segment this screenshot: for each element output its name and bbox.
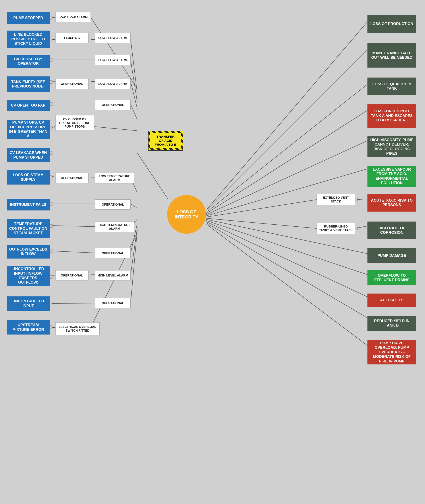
svg-line-29 <box>131 230 137 303</box>
inter-operational-1: OPERATIONAL <box>55 79 89 89</box>
inter-flushing: FLUSHING <box>55 33 89 43</box>
cause-tank-empty: TANK EMPTY (SEE PREVIOUS NODE) <box>7 76 50 92</box>
inter-extended-vent: EXTENDED VENT STACK <box>317 194 355 205</box>
cause-loss-steam: LOSS OF STEAM SUPPLY <box>7 170 50 184</box>
svg-line-38 <box>206 200 317 217</box>
svg-line-28 <box>50 303 95 304</box>
cons-reduced-yield: REDUCED YIELD IN TANK B <box>367 316 416 331</box>
inter-operational-6: OPERATIONAL <box>55 270 89 280</box>
inter-operational-4: OPERATIONAL <box>95 199 131 210</box>
cons-maintenance-call: MAINTENANCE CALL OUT WILL BE NEEDED <box>367 43 416 68</box>
inter-rubber-lined: RUBBER-LINED TANKS & VENT STACK <box>317 223 355 234</box>
cons-gas-forces: GAS FORCES INTO TANK A AND ESCAPES TO AT… <box>367 104 416 128</box>
svg-line-6 <box>131 60 137 102</box>
svg-line-33 <box>206 50 367 211</box>
hazop-label: TRANSFER OF ACID FROM A TO B <box>155 135 176 147</box>
svg-line-37 <box>206 169 367 216</box>
svg-line-12 <box>50 126 55 129</box>
inter-low-flow-4: LOW FLOW ALARM <box>95 79 131 89</box>
diagram-container: TRANSFER OF ACID FROM A TO B LOSS OF INT… <box>0 0 425 504</box>
hazop-node: TRANSFER OF ACID FROM A TO B <box>148 131 183 151</box>
inter-operational-7: OPERATIONAL <box>95 298 131 308</box>
connections-svg <box>0 0 425 504</box>
svg-line-32 <box>206 22 367 211</box>
inter-cv-closed-before: CV CLOSED BY OPERATOR BEFORE PUMP STOPS <box>55 115 94 131</box>
svg-line-39 <box>355 199 367 200</box>
cause-outflow-exceeds: OUTFLOW EXCEEDS INFLOW <box>7 245 50 259</box>
cause-pump-stops: PUMP STOPS, CV OPEN & PRESSURE IN B GREA… <box>7 120 50 139</box>
svg-line-1 <box>91 17 137 89</box>
svg-line-40 <box>206 218 317 228</box>
svg-line-45 <box>206 223 367 318</box>
svg-line-20 <box>131 204 137 208</box>
cons-high-corrosion: HIGH RATE OF CORROSION <box>367 222 416 239</box>
cause-line-blocked: LINE BLOCKED POSSIBLY DUE TO STICKY LIQU… <box>7 31 50 48</box>
center-node: LOSS OF INTEGRITY <box>167 195 206 234</box>
inter-low-flow-2: LOW FLOW ALARM <box>95 33 131 43</box>
inter-high-level-alarm: HIGH LEVEL ALARM <box>95 270 131 280</box>
svg-line-4 <box>131 40 137 93</box>
cause-cv-open-far: CV OPEN TOO FAR <box>7 100 50 111</box>
inter-low-flow-1: LOW FLOW ALARM <box>55 12 91 22</box>
svg-line-13 <box>91 126 137 131</box>
inter-electrical-overload: ELECTRICAL OVERLOAD SWITCH FITTED <box>55 322 100 335</box>
svg-line-27 <box>131 228 137 275</box>
cons-acute-toxic: ACUTE TOXIC RISK TO PERSONS <box>367 194 416 211</box>
cons-loss-quality: LOSS OF QUALITY IN TANK <box>367 78 416 95</box>
svg-line-21 <box>50 225 95 227</box>
inter-operational-5: OPERATIONAL <box>95 248 131 258</box>
cause-instrument-fails: INSTRUMENT FAILS <box>7 199 50 211</box>
svg-line-46 <box>206 224 367 346</box>
cause-cv-leakage: CV LEAKAGE WHEN PUMP STOPPED <box>7 148 50 162</box>
svg-line-11 <box>131 104 137 120</box>
cons-excessive-vapour: EXCESSIVE VAPOUR FROM THE ACID. ENVIRONM… <box>367 166 416 187</box>
svg-line-16 <box>50 176 55 177</box>
cause-cv-closed-op: CV CLOSED BY OPERATOR <box>7 55 50 68</box>
cons-acid-spills: ACID SPILLS <box>367 293 416 307</box>
cons-loss-production: LOSS OF PRODUCTION <box>367 15 416 33</box>
svg-line-0 <box>50 17 55 18</box>
svg-line-7 <box>50 82 55 82</box>
cause-upstream-mixture: UPSTREAM MIXTURE ERROR <box>7 320 50 334</box>
svg-line-9 <box>131 82 137 109</box>
inter-low-temp-alarm: LOW TEMPERATURE ALARM <box>95 173 134 184</box>
cause-uncontrolled-input-inflow: UNCONTROLLED INPUT (INFLOW EXCEEDS OUTFL… <box>7 266 50 286</box>
cons-overflow-effluent: OVERFLOW TO EFFLUENT DRAINS <box>367 270 416 285</box>
svg-line-23 <box>50 251 95 253</box>
inter-high-temp-alarm: HIGH TEMPERATURE ALARM <box>95 222 134 232</box>
cons-high-viscosity: HIGH VISCOSITY, PUMP CANNOT DELIVER. RIS… <box>367 136 416 157</box>
inter-low-flow-3: LOW FLOW ALARM <box>95 55 131 65</box>
inter-operational-2: OPERATIONAL <box>95 100 131 110</box>
cons-pump-drive: PUMP DRIVE OVERLOAD. PUMP OVERHEATS – MO… <box>367 340 416 364</box>
inter-operational-3: OPERATIONAL <box>55 173 89 183</box>
svg-line-25 <box>50 275 55 277</box>
cause-pump-stopped: PUMP STOPPED <box>7 12 50 24</box>
cause-uncontrolled-input: UNCONTROLLED INPUT <box>7 296 50 311</box>
svg-line-34 <box>206 84 367 213</box>
cause-temp-control: TEMPERATURE CONTROL FAULT ON STEAM JACKE… <box>7 219 50 238</box>
svg-line-15 <box>137 153 168 199</box>
svg-line-41 <box>355 226 367 228</box>
center-label: LOSS OF INTEGRITY <box>175 209 198 219</box>
cons-pump-damage: PUMP DAMAGE <box>367 248 416 263</box>
